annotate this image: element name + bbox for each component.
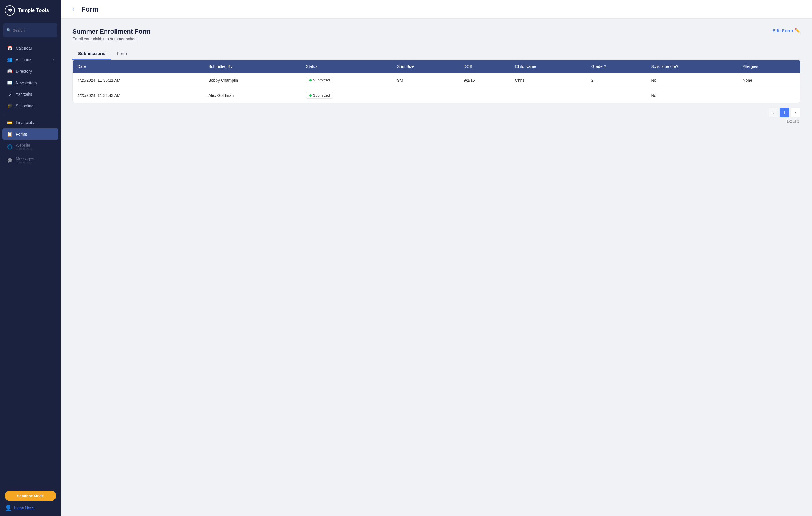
sidebar-item-messages: 💬 Messages Coming Soon [2, 154, 58, 167]
messages-icon: 💬 [7, 158, 13, 163]
sidebar-item-label: Calendar [16, 46, 32, 50]
top-bar: ‹ Form [61, 0, 812, 19]
pagination: ‹ 1 › 1-2 of 2 [72, 103, 801, 125]
prev-page-button[interactable]: ‹ [768, 108, 778, 117]
financials-icon: 💳 [7, 120, 13, 125]
accounts-icon: 👥 [7, 57, 13, 62]
page-title: Form [81, 5, 99, 13]
status-badge: Submitted [306, 77, 333, 83]
directory-icon: 📖 [7, 69, 13, 74]
cell-status: Submitted [301, 88, 393, 103]
cell-child-name: Chris [511, 73, 587, 88]
search-icon: 🔍 [6, 28, 11, 32]
col-submitted-by: Submitted By [204, 60, 301, 73]
sidebar-item-label: Website [16, 143, 33, 147]
sidebar-item-label: Forms [16, 132, 27, 137]
sidebar-item-label: Schooling [16, 104, 34, 108]
col-grade: Grade # [587, 60, 647, 73]
status-dot-icon [309, 79, 312, 81]
newsletters-icon: ✉️ [7, 80, 13, 85]
yahrzeits-icon: 🕯 [7, 91, 13, 97]
search-input[interactable] [13, 28, 61, 32]
user-avatar-icon: 👤 [5, 505, 12, 511]
sidebar-item-label: Messages [16, 157, 34, 161]
col-status: Status [301, 60, 393, 73]
tab-submissions[interactable]: Submissions [72, 48, 111, 60]
cell-dob: 9/1/15 [459, 73, 511, 88]
schooling-icon: 🎓 [7, 103, 13, 108]
edit-form-label: Edit Form [773, 28, 793, 33]
sidebar-item-label: Newsletters [16, 81, 37, 85]
col-school-before: School before? [647, 60, 738, 73]
pencil-icon: ✏️ [794, 28, 801, 33]
sidebar-item-schooling[interactable]: 🎓 Schooling [2, 100, 58, 111]
app-logo: ✡ Temple Tools [0, 0, 61, 21]
cell-date: 4/25/2024, 11:36:21 AM [73, 73, 204, 88]
col-date: Date [73, 60, 204, 73]
cell-status: Submitted [301, 73, 393, 88]
sidebar-item-accounts[interactable]: 👥 Accounts › [2, 54, 58, 65]
cell-shirt-size [393, 88, 459, 103]
sidebar-item-newsletters[interactable]: ✉️ Newsletters [2, 77, 58, 88]
form-header: Summer Enrollment Form Enroll your child… [72, 28, 801, 41]
back-button[interactable]: ‹ [70, 5, 77, 13]
status-label: Submitted [313, 93, 330, 98]
next-page-button[interactable]: › [790, 108, 801, 117]
table-body: 4/25/2024, 11:36:21 AM Bobby Champlin Su… [73, 73, 800, 103]
sidebar-item-forms[interactable]: 📋 Forms [2, 129, 58, 140]
coming-soon-label: Coming Soon [16, 161, 34, 164]
calendar-icon: 📅 [7, 45, 13, 51]
app-name: Temple Tools [18, 7, 49, 13]
page-count: 1-2 of 2 [786, 119, 801, 124]
submissions-table: Date Submitted By Status Shirt Size DOB … [73, 60, 800, 103]
form-title-block: Summer Enrollment Form Enroll your child… [72, 28, 151, 41]
sidebar-item-financials[interactable]: 💳 Financials [2, 117, 58, 128]
sidebar-item-yahrzeits[interactable]: 🕯 Yahrzeits [2, 89, 58, 100]
cell-grade: 2 [587, 73, 647, 88]
cell-grade [587, 88, 647, 103]
cell-dob [459, 88, 511, 103]
sandbox-mode-button[interactable]: Sandbox Mode [5, 491, 56, 501]
sidebar-item-calendar[interactable]: 📅 Calendar [2, 42, 58, 54]
cell-shirt-size: SM [393, 73, 459, 88]
col-child-name: Child Name [511, 60, 587, 73]
sidebar-item-website: 🌐 Website Coming Soon [2, 140, 58, 153]
col-dob: DOB [459, 60, 511, 73]
col-allergies: Allergies [738, 60, 800, 73]
tab-form[interactable]: Form [111, 48, 133, 60]
search-box[interactable]: 🔍 ⌘ + K [3, 23, 57, 37]
cell-school-before: No [647, 88, 738, 103]
content-area: Summer Enrollment Form Enroll your child… [61, 19, 812, 516]
edit-form-button[interactable]: Edit Form ✏️ [773, 28, 801, 33]
sidebar: ✡ Temple Tools 🔍 ⌘ + K 📅 Calendar 👥 Acco… [0, 0, 61, 516]
cell-submitted-by: Alex Goldman [204, 88, 301, 103]
chevron-right-icon: › [53, 58, 54, 61]
status-dot-icon [309, 94, 312, 97]
form-title: Summer Enrollment Form [72, 28, 151, 35]
user-name: Isaac Nass [14, 506, 34, 510]
table-row[interactable]: 4/25/2024, 11:32:43 AM Alex Goldman Subm… [73, 88, 800, 103]
form-subtitle: Enroll your child into summer school! [72, 36, 151, 41]
submissions-table-container: Date Submitted By Status Shirt Size DOB … [72, 60, 801, 103]
cell-date: 4/25/2024, 11:32:43 AM [73, 88, 204, 103]
sidebar-item-label: Financials [16, 120, 34, 125]
website-icon: 🌐 [7, 144, 13, 150]
col-shirt-size: Shirt Size [393, 60, 459, 73]
status-badge: Submitted [306, 92, 333, 99]
page-1-button[interactable]: 1 [780, 108, 789, 117]
cell-school-before: No [647, 73, 738, 88]
cell-allergies: None [738, 73, 800, 88]
sidebar-item-label: Accounts [16, 57, 32, 62]
nav-group-1: 📅 Calendar 👥 Accounts › 📖 Directory ✉️ N… [0, 42, 61, 112]
cell-allergies [738, 88, 800, 103]
sidebar-item-directory[interactable]: 📖 Directory [2, 65, 58, 77]
table-row[interactable]: 4/25/2024, 11:36:21 AM Bobby Champlin Su… [73, 73, 800, 88]
page-buttons: ‹ 1 › [768, 108, 801, 117]
logo-icon: ✡ [5, 5, 15, 16]
tabs: Submissions Form [72, 48, 801, 60]
sidebar-bottom: Sandbox Mode 👤 Isaac Nass [0, 486, 61, 516]
main-content: ‹ Form Summer Enrollment Form Enroll you… [61, 0, 812, 516]
status-label: Submitted [313, 78, 330, 82]
cell-submitted-by: Bobby Champlin [204, 73, 301, 88]
table-header-row: Date Submitted By Status Shirt Size DOB … [73, 60, 800, 73]
